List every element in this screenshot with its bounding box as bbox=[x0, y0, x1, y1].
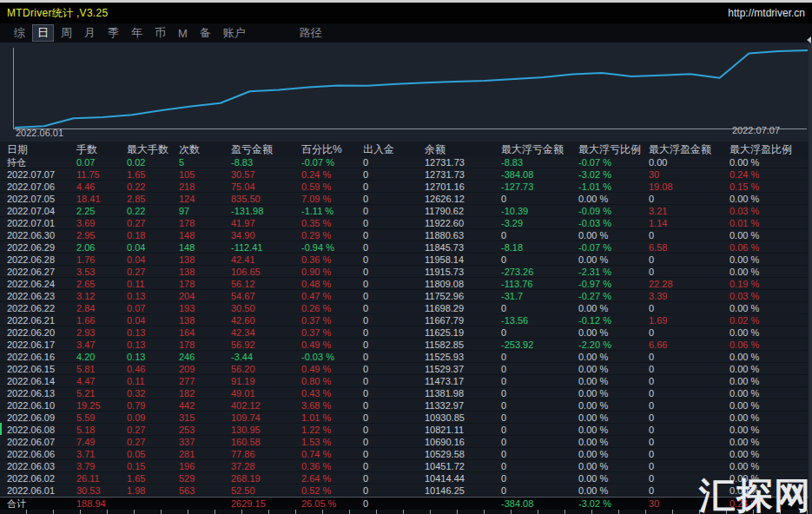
cell-pct: 0.36 % bbox=[301, 254, 331, 265]
cell-max-float-profit-pct: 0.01 % bbox=[729, 218, 759, 228]
cell-pnl: 56.20 bbox=[231, 364, 255, 374]
cell-max-float-profit: 0 bbox=[649, 352, 654, 362]
table-row[interactable]: 2022.06.095.590.09315109.741.01 %010930.… bbox=[0, 412, 812, 424]
table-row[interactable]: 2022.07.064.460.2221875.040.59 %012701.1… bbox=[0, 181, 812, 193]
table-row[interactable]: 2022.06.144.470.1127791.190.80 %011473.1… bbox=[0, 375, 812, 387]
cell-max-float-loss-pct: 0.00 % bbox=[578, 473, 608, 484]
cell-pct: 0.48 % bbox=[301, 279, 331, 289]
table-row[interactable]: 2022.07.042.250.2297-131.98-1.11 %011790… bbox=[0, 205, 812, 217]
table-row[interactable]: 2022.06.211.660.0413842.600.37 %011667.7… bbox=[0, 314, 812, 326]
menu-item-备[interactable]: 备 bbox=[195, 24, 216, 42]
table-row[interactable]: 2022.06.302.950.1814834.900.29 %011880.6… bbox=[0, 229, 812, 241]
col-header-lots[interactable]: 手数 bbox=[76, 142, 97, 157]
cell-balance: 12731.73 bbox=[425, 157, 465, 168]
table-row[interactable]: 2022.06.085.180.27253130.951.22 %010821.… bbox=[0, 424, 812, 436]
cell-pct: 0.47 % bbox=[301, 291, 331, 301]
menu-item-周[interactable]: 周 bbox=[56, 24, 77, 42]
table-row[interactable]: 2022.07.0518.412.85124835.507.09 %012626… bbox=[0, 193, 812, 205]
cell-pnl: 75.04 bbox=[231, 181, 255, 192]
cell-max-float-loss: 0 bbox=[501, 473, 506, 484]
cell-date: 2022.07.07 bbox=[7, 169, 55, 180]
table-row[interactable]: 2022.06.155.810.4620956.200.49 %011529.3… bbox=[0, 363, 812, 375]
table-row[interactable]: 2022.06.164.200.13246-3.44-0.03 %011525.… bbox=[0, 351, 812, 363]
cell-trades: 529 bbox=[179, 473, 195, 484]
table-row[interactable]: 2022.07.0711.751.6510530.570.24 %012731.… bbox=[0, 168, 812, 181]
cell-balance: 11332.97 bbox=[425, 400, 464, 411]
cell-pnl: 56.12 bbox=[231, 279, 255, 289]
table-row-position[interactable]: 持仓0.070.025-8.83-0.07 %012731.73-8.83-0.… bbox=[0, 156, 812, 168]
col-header-max-float-loss[interactable]: 最大浮亏金额 bbox=[501, 142, 564, 157]
table-row[interactable]: 2022.06.233.120.1320454.670.47 %011752.9… bbox=[0, 290, 812, 302]
table-row[interactable]: 2022.06.063.710.0528177.860.74 %010529.5… bbox=[0, 448, 812, 460]
cell-max-float-loss-pct: -2.31 % bbox=[578, 267, 611, 277]
table-row[interactable]: 2022.06.273.530.27138106.650.90 %011915.… bbox=[0, 266, 812, 278]
table-row[interactable]: 2022.06.1019.250.79442402.123.68 %011332… bbox=[0, 399, 812, 412]
cell-max-float-profit: 0.00 bbox=[649, 157, 667, 168]
cell-balance: 10414.44 bbox=[425, 473, 465, 484]
cell-max-float-loss: -113.76 bbox=[501, 279, 533, 289]
table-row[interactable]: 2022.06.077.490.27337160.581.53 %010690.… bbox=[0, 436, 812, 448]
cell-max-float-loss-pct: -0.27 % bbox=[578, 291, 611, 301]
website-link[interactable]: http://mtdriver.cn bbox=[728, 7, 805, 19]
cell-in-out: 0 bbox=[363, 437, 368, 447]
table-row-total[interactable]: 合计188.942629.1526.05 %0-384.08-3.02 %300… bbox=[0, 497, 812, 510]
cell-pct: 1.53 % bbox=[301, 437, 331, 447]
col-header-pct[interactable]: 百分比% bbox=[301, 142, 342, 157]
table-row[interactable]: 2022.06.135.210.3218249.010.43 %011381.9… bbox=[0, 387, 812, 399]
col-header-max-float-profit[interactable]: 最大浮盈金额 bbox=[649, 142, 711, 157]
table-row[interactable]: 2022.06.202.930.1316442.340.37 %011625.1… bbox=[0, 326, 812, 339]
cell-max-float-profit-pct: 0.00 % bbox=[729, 230, 759, 241]
right-scrollbar[interactable] bbox=[809, 43, 812, 514]
table-row[interactable]: 2022.06.222.840.0719330.500.26 %011698.2… bbox=[0, 302, 812, 314]
cell-max-lots: 1.65 bbox=[127, 473, 145, 484]
table-row[interactable]: 2022.06.242.650.1117856.120.48 %011809.0… bbox=[0, 278, 812, 290]
cell-lots: 2.95 bbox=[76, 230, 95, 241]
table-row[interactable]: 2022.06.281.760.0413842.410.36 %011958.1… bbox=[0, 254, 812, 266]
cell-max-float-profit-pct: 0.19 % bbox=[729, 279, 759, 289]
cell-in-out: 0 bbox=[363, 157, 368, 168]
cell-max-float-loss: -384.08 bbox=[501, 498, 533, 509]
cell-pct: 2.64 % bbox=[301, 473, 331, 484]
table-row[interactable]: 2022.06.292.060.04148-112.41-0.94 %01184… bbox=[0, 241, 812, 254]
menu-item-M[interactable]: M bbox=[173, 26, 193, 41]
col-header-in-out[interactable]: 出入金 bbox=[363, 142, 394, 157]
cell-max-float-profit: 3.39 bbox=[649, 291, 667, 301]
cell-lots: 3.79 bbox=[76, 461, 95, 471]
table-row[interactable]: 2022.06.0130.531.9856352.500.52 %010146.… bbox=[0, 484, 812, 497]
cell-date: 2022.06.01 bbox=[7, 485, 55, 496]
cell-date: 2022.06.21 bbox=[7, 315, 55, 326]
menu-item-季[interactable]: 季 bbox=[102, 24, 124, 42]
col-header-balance[interactable]: 余额 bbox=[425, 142, 446, 157]
menu-item-综[interactable]: 综 bbox=[9, 24, 30, 42]
table-row[interactable]: 2022.06.033.790.1519637.280.36 %010451.7… bbox=[0, 460, 812, 472]
col-header-max-float-profit-pct[interactable]: 最大浮盈比例 bbox=[729, 142, 792, 157]
menu-item-path[interactable]: 路径 bbox=[294, 24, 327, 42]
cell-pnl: 835.50 bbox=[231, 194, 261, 204]
cell-max-float-profit-pct: 0.06 % bbox=[729, 242, 759, 253]
menubar: 综日周月季年币M备账户路径 bbox=[0, 23, 812, 43]
menu-item-账户[interactable]: 账户 bbox=[218, 24, 251, 42]
cell-max-float-loss-pct: -0.07 % bbox=[578, 157, 611, 168]
table-row[interactable]: 2022.06.173.470.1317856.920.49 %011582.8… bbox=[0, 339, 812, 351]
splitter-collapse-icon[interactable] bbox=[807, 36, 811, 43]
cell-lots: 26.11 bbox=[76, 473, 100, 484]
col-header-date[interactable]: 日期 bbox=[7, 142, 28, 157]
col-header-pnl[interactable]: 盈亏金额 bbox=[231, 142, 273, 157]
cell-trades: 178 bbox=[179, 279, 195, 289]
cell-max-float-loss-pct: 0.00 % bbox=[578, 485, 608, 496]
cell-max-float-profit: 1.14 bbox=[649, 218, 667, 228]
col-header-trades[interactable]: 次数 bbox=[179, 142, 200, 157]
cell-lots: 2.93 bbox=[76, 327, 95, 338]
menu-item-日[interactable]: 日 bbox=[32, 24, 54, 42]
cell-in-out: 0 bbox=[363, 449, 368, 459]
cell-max-float-loss-pct: 0.00 % bbox=[578, 437, 608, 447]
col-header-max-float-loss-pct[interactable]: 最大浮亏比例 bbox=[578, 142, 641, 157]
menu-item-月[interactable]: 月 bbox=[79, 24, 101, 42]
menu-item-年[interactable]: 年 bbox=[126, 24, 148, 42]
table-row[interactable]: 2022.06.0226.111.65529268.192.64 %010414… bbox=[0, 472, 812, 484]
menu-item-币[interactable]: 币 bbox=[149, 24, 171, 42]
cell-trades: 138 bbox=[179, 254, 195, 265]
table-row[interactable]: 2022.07.013.690.2717841.970.35 %011922.6… bbox=[0, 217, 812, 229]
cell-trades: 148 bbox=[179, 230, 195, 241]
col-header-max-lots[interactable]: 最大手数 bbox=[127, 142, 168, 157]
